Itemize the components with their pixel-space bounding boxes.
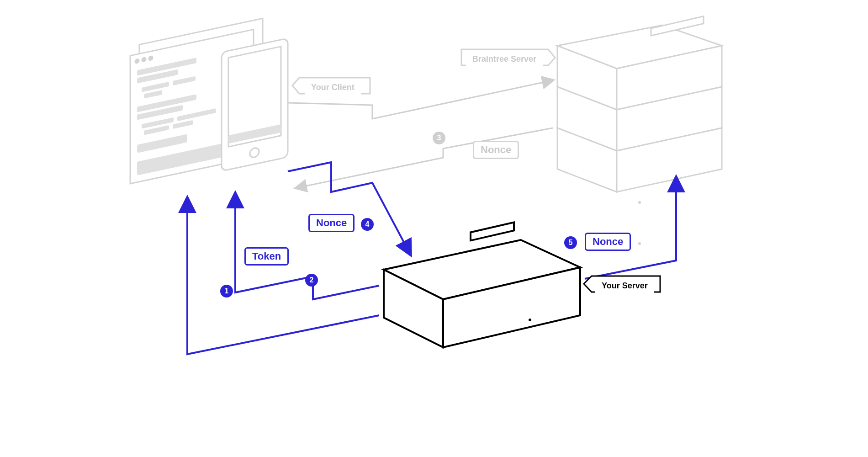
braintree-server-icon [557, 14, 722, 286]
your-server-label: Your Server [595, 277, 654, 294]
step-4-badge: 4 [361, 218, 374, 231]
step-5-badge: 5 [564, 236, 577, 249]
svg-point-23 [638, 242, 641, 245]
braintree-flow-diagram: Your Client Braintree Server Your Server… [91, 14, 777, 379]
braintree-server-label: Braintree Server [466, 51, 543, 68]
svg-point-27 [529, 319, 531, 321]
nonce-label-right: Nonce [585, 233, 631, 251]
svg-point-1 [142, 58, 146, 62]
svg-rect-26 [471, 222, 514, 240]
client-mobile-icon [222, 38, 288, 171]
svg-point-21 [638, 201, 641, 204]
nonce-label-mid: Nonce [308, 214, 355, 232]
step-1-badge: 1 [220, 285, 233, 298]
svg-point-2 [149, 56, 153, 61]
step-2-badge: 2 [305, 274, 318, 287]
nonce-label-top: Nonce [473, 141, 519, 159]
arrow-5-nonce-server-to-braintree [585, 176, 676, 279]
your-client-label: Your Client [305, 79, 361, 96]
token-label: Token [244, 247, 289, 266]
your-server-icon [384, 222, 580, 347]
step-3-badge: 3 [433, 132, 445, 144]
svg-point-0 [135, 59, 139, 64]
